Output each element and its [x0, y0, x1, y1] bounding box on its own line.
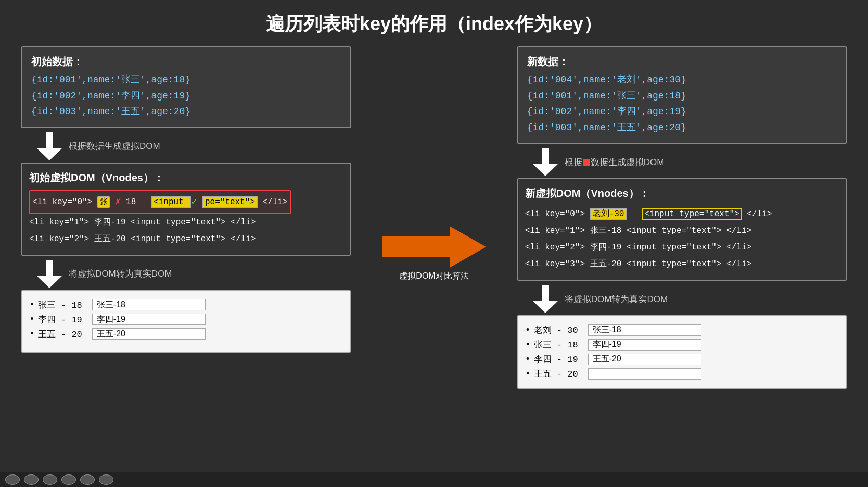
zhang-highlight: 张 — [97, 196, 110, 208]
new-data-line-0: {id:'004',name:'老刘',age:30} — [527, 72, 837, 88]
realdom-label-2: 王五 - 20 — [38, 328, 90, 340]
middle-column: 虚拟DOM对比算法 — [351, 46, 517, 389]
right-arrow1-icon — [532, 148, 558, 176]
bullet-1: • — [29, 314, 35, 324]
right-realdom-row-3: • 王五 - 20 — [525, 368, 839, 380]
compare-arrow-container: 虚拟DOM对比算法 — [382, 226, 486, 282]
right-realdom-row-2: • 李四 - 19 — [525, 353, 839, 365]
btn-prev[interactable] — [24, 474, 39, 485]
initial-data-line-3: {id:'003',name:'王五',age:20} — [31, 104, 341, 120]
svg-rect-5 — [542, 148, 549, 165]
right-arrow2-label: 将虚拟DOM转为真实DOM — [565, 293, 668, 305]
svg-marker-6 — [532, 164, 558, 176]
vdom-row-2: <li key="2"> 王五-20 <input type="text"> <… — [29, 231, 343, 247]
realdom-input-1[interactable] — [92, 314, 206, 325]
left-arrow2-icon — [36, 260, 62, 288]
svg-marker-4 — [382, 226, 486, 268]
new-data-line-3: {id:'003',name:'王五',age:20} — [527, 120, 837, 136]
right-arrow2-section: 将虚拟DOM转为真实DOM — [532, 285, 847, 313]
bottom-bar — [0, 472, 868, 487]
right-vdom-row-3: <li key="3"> 王五-20 <input type="text"> <… — [525, 256, 839, 272]
realdom-label-0: 张三 - 18 — [38, 299, 90, 311]
initial-vdom-box: 初始虚拟DOM（Vnodes）： <li key="0"> 张 ✗ 18 <in… — [21, 163, 351, 256]
left-column: 初始数据： {id:'001',name:'张三',age:18} {id:'0… — [21, 46, 351, 389]
new-data-box: 新数据： {id:'004',name:'老刘',age:30} {id:'00… — [517, 46, 847, 144]
btn-next[interactable] — [43, 474, 57, 485]
right-realdom-label-0: 老刘 - 30 — [534, 324, 586, 336]
check-icon: ✓ — [191, 196, 197, 208]
svg-rect-7 — [542, 285, 549, 302]
left-realdom-box: • 张三 - 18 • 李四 - 19 • 王五 - 20 — [21, 290, 351, 353]
left-arrow2-label: 将虚拟DOM转为真实DOM — [69, 268, 172, 280]
input-left-highlight: <input — [151, 196, 191, 208]
right-vdom-row-2: <li key="2"> 李四-19 <input type="text"> <… — [525, 239, 839, 256]
right-realdom-row-1: • 张三 - 18 — [525, 339, 839, 351]
left-realdom-row-0: • 张三 - 18 — [29, 299, 343, 311]
compare-arrow-label: 虚拟DOM对比算法 — [399, 271, 468, 282]
right-vdom-row-0: <li key="0"> 老刘-30 <input type="text"> <… — [525, 206, 839, 222]
new-data-line-1: {id:'001',name:'张三',age:18} — [527, 88, 837, 104]
right-arrow2-icon — [532, 285, 558, 313]
page-title: 遍历列表时key的作用（index作为key） — [0, 0, 868, 46]
realdom-input-0[interactable] — [92, 299, 206, 310]
btn-stop[interactable] — [99, 474, 113, 485]
right-realdom-input-2[interactable] — [588, 354, 701, 365]
svg-marker-3 — [36, 276, 62, 288]
initial-vdom-label: 初始虚拟DOM（Vnodes）： — [29, 171, 343, 185]
right-realdom-label-3: 王五 - 20 — [534, 368, 586, 380]
realdom-label-1: 李四 - 19 — [38, 314, 90, 326]
new-vdom-label: 新虚拟DOM（Vnodes）： — [525, 186, 839, 201]
right-column: 新数据： {id:'004',name:'老刘',age:30} {id:'00… — [517, 46, 847, 389]
right-realdom-row-0: • 老刘 - 30 — [525, 324, 839, 336]
left-realdom-row-2: • 王五 - 20 — [29, 328, 343, 340]
right-realdom-input-1[interactable] — [588, 339, 701, 351]
right-realdom-input-0[interactable] — [588, 324, 701, 336]
btn-record[interactable] — [80, 474, 95, 485]
initial-data-label: 初始数据： — [31, 55, 341, 69]
left-realdom-row-1: • 李四 - 19 — [29, 314, 343, 326]
cross-icon: ✗ — [114, 196, 121, 208]
bullet-0: • — [29, 299, 35, 310]
left-arrow2-section: 将虚拟DOM转为真实DOM — [36, 260, 351, 288]
right-vdom-row-1: <li key="1"> 张三-18 <input type="text"> <… — [525, 222, 839, 239]
left-arrow1-label: 根据数据生成虚拟DOM — [69, 140, 160, 152]
red-square-icon — [583, 159, 590, 166]
btn-rewind[interactable] — [5, 474, 20, 485]
svg-rect-2 — [46, 260, 53, 277]
realdom-input-2[interactable] — [92, 328, 206, 340]
right-arrow1-section: 根据数据生成虚拟DOM — [532, 148, 847, 176]
left-arrow1-section: 根据数据生成虚拟DOM — [36, 132, 351, 160]
svg-marker-8 — [532, 301, 558, 313]
right-arrow1-label: 根据数据生成虚拟DOM — [565, 156, 665, 168]
initial-data-line-2: {id:'002',name:'李四',age:19} — [31, 88, 341, 104]
laoliu-highlight: 老刘-30 — [590, 208, 627, 220]
svg-rect-0 — [46, 132, 53, 149]
new-data-line-2: {id:'002',name:'李四',age:19} — [527, 104, 837, 120]
right-realdom-label-1: 张三 - 18 — [534, 339, 586, 351]
initial-data-box: 初始数据： {id:'001',name:'张三',age:18} {id:'0… — [21, 46, 351, 128]
vdom-row-0: <li key="0"> 张 ✗ 18 <input ✓ pe="text"> … — [29, 190, 343, 214]
right-realdom-box: • 老刘 - 30 • 张三 - 18 • 李四 - 19 • 王五 - 20 — [517, 315, 847, 389]
input-right-highlight: <input type="text"> — [642, 208, 742, 220]
right-realdom-label-2: 李四 - 19 — [534, 353, 586, 365]
bullet-2: • — [29, 329, 35, 339]
initial-data-line-1: {id:'001',name:'张三',age:18} — [31, 72, 341, 88]
svg-marker-1 — [36, 148, 62, 160]
btn-forward[interactable] — [61, 474, 76, 485]
left-arrow1-icon — [36, 132, 62, 160]
vdom-row-1: <li key="1"> 李四-19 <input type="text"> <… — [29, 214, 343, 231]
big-right-arrow-icon — [382, 226, 486, 268]
right-realdom-input-3[interactable] — [588, 368, 701, 380]
new-vdom-box: 新虚拟DOM（Vnodes）： <li key="0"> 老刘-30 <inpu… — [517, 178, 847, 281]
new-data-label: 新数据： — [527, 55, 837, 69]
